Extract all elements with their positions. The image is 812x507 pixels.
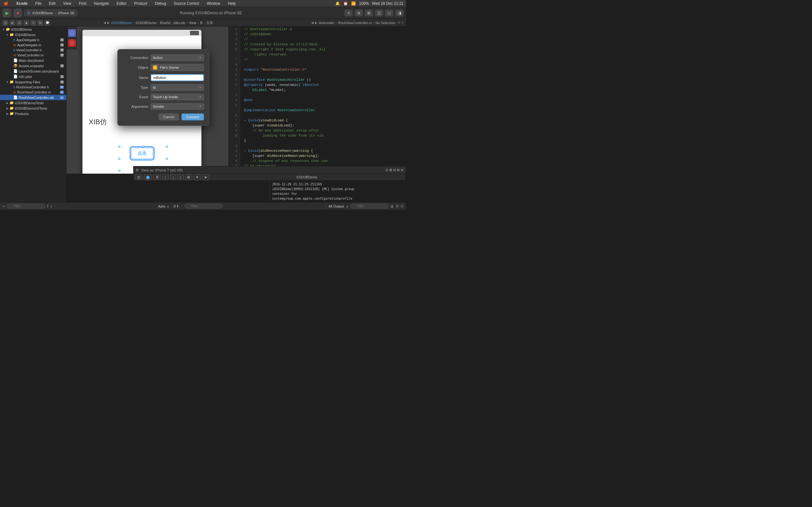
- sidebar-item-ui-tests[interactable]: ▶ 📁 iOSXIBDemoUITests: [0, 106, 66, 111]
- event-select[interactable]: Touch Up Inside ▼: [151, 94, 204, 100]
- arguments-select[interactable]: Sender ▼: [151, 103, 204, 110]
- breadcrumb-item-3[interactable]: RootVi...oller.xib: [160, 21, 185, 25]
- console-filter-input[interactable]: [351, 204, 389, 209]
- wifi-icon[interactable]: 📶: [351, 1, 356, 6]
- debug-btn-8[interactable]: ✦: [194, 174, 201, 180]
- debug-btn-2[interactable]: ⬤: [144, 174, 152, 180]
- nav-chat-btn[interactable]: 💬: [44, 20, 50, 26]
- sel-handle-ml[interactable]: [118, 158, 120, 160]
- sel-handle-mr[interactable]: [166, 158, 168, 160]
- sel-handle-bl[interactable]: [118, 170, 120, 172]
- debug-btn-6[interactable]: ↕: [177, 174, 184, 180]
- sidebar-filter-input[interactable]: [7, 204, 45, 209]
- file-menu[interactable]: File: [34, 1, 43, 6]
- sidebar-item-info-plist[interactable]: 📄 Info.plist ?: [0, 74, 66, 79]
- nav-history-btn[interactable]: ⊡: [38, 20, 43, 26]
- editor-assistant-btn[interactable]: ⧉: [355, 9, 363, 16]
- sidebar-item-root[interactable]: ▼ 📁 iOSXIBDemo: [0, 26, 66, 32]
- edit-menu[interactable]: Edit: [48, 1, 57, 6]
- notification-icon[interactable]: 🔔: [335, 1, 340, 6]
- debug-btn-3[interactable]: ⏸: [153, 174, 161, 180]
- connect-button[interactable]: Connect: [182, 113, 204, 120]
- sidebar-item-rootvc-m[interactable]: m RootViewController.m A: [0, 90, 66, 95]
- help-menu[interactable]: Help: [226, 1, 237, 6]
- console-clear-btn[interactable]: 🗑: [391, 205, 394, 208]
- sel-handle-tc[interactable]: [142, 146, 144, 148]
- sidebar-item-viewcontroller-h[interactable]: h ViewController.h ?: [0, 48, 66, 53]
- sidebar-item-appdelegate-m[interactable]: m AppDelegate.m ?: [0, 43, 66, 48]
- breadcrumb-item-5[interactable]: B: [200, 21, 202, 25]
- add-file-button[interactable]: +: [3, 204, 5, 209]
- sidebar-item-products[interactable]: ▶ 📁 Products: [0, 111, 66, 116]
- xcode-menu[interactable]: Xcode: [15, 1, 29, 6]
- sidebar-item-assets[interactable]: 📦 Assets.xcassets ?: [0, 63, 66, 68]
- sidebar-item-rootvc-xib[interactable]: 📄 RootViewController.xib A: [0, 95, 66, 100]
- stop-button[interactable]: ■: [13, 9, 22, 17]
- breadcrumb-item-2[interactable]: iOSXIBDemo: [136, 21, 156, 25]
- cancel-button[interactable]: Cancel: [159, 113, 179, 120]
- debug-filter-input[interactable]: [185, 204, 223, 209]
- code-content: 2 3 4 5 6 7 8 9 0 1 2 3 4: [229, 26, 406, 166]
- sidebar-info-btn[interactable]: ℹ: [47, 204, 48, 208]
- debug-toggle-btn[interactable]: ◻: [385, 9, 393, 16]
- sel-handle-tr[interactable]: [166, 146, 168, 148]
- nav-list-btn[interactable]: ≡: [31, 20, 36, 26]
- name-input[interactable]: [151, 74, 204, 81]
- editor-nav-back[interactable]: ◀: [311, 21, 314, 24]
- debug-btn-9[interactable]: ➤: [202, 174, 209, 180]
- ib-nav-forward[interactable]: ▶: [107, 21, 110, 24]
- view-menu[interactable]: View: [62, 1, 72, 6]
- console-expand-btn[interactable]: ⊡: [401, 204, 403, 208]
- sidebar-item-launchscreen[interactable]: 📄 LaunchScreen.storyboard: [0, 68, 66, 74]
- console-split-btn[interactable]: ⊞: [396, 204, 399, 208]
- sel-handle-tl[interactable]: [118, 146, 120, 148]
- run-button[interactable]: ▶: [3, 9, 11, 17]
- debug-menu[interactable]: Debug: [154, 1, 167, 6]
- inspector-toggle-btn[interactable]: ◨: [395, 9, 403, 16]
- nav-filter-btn[interactable]: ⊕: [9, 20, 15, 26]
- sidebar-item-viewcontroller-m[interactable]: m ViewController.m ?: [0, 53, 66, 58]
- connection-select[interactable]: Action ▼: [151, 55, 204, 61]
- editor-nav-forward[interactable]: ▶: [315, 21, 317, 24]
- find-menu[interactable]: Find: [78, 1, 88, 6]
- ib-nav-back[interactable]: ◀: [103, 21, 106, 24]
- sidebar-filter-wrap: 🔍: [7, 204, 45, 209]
- debug-btn-1[interactable]: ⊡: [135, 174, 142, 180]
- navigate-menu[interactable]: Navigate: [93, 1, 110, 6]
- breadcrumb-item-1[interactable]: iOSXIBDemo: [111, 21, 132, 25]
- breadcrumb-item-6[interactable]: 点击: [206, 20, 213, 25]
- sidebar-item-rootvc-h[interactable]: h RootViewController.h A: [0, 84, 66, 90]
- navigator-toggle-btn[interactable]: ◫: [375, 9, 383, 16]
- scheme-selector[interactable]: ⊞ iOSXIBDemo › iPhone SE: [24, 9, 78, 16]
- object-library-sidebar: ⬡ ⬡: [67, 26, 77, 49]
- product-menu[interactable]: Product: [133, 1, 148, 6]
- editor-menu[interactable]: Editor: [115, 1, 128, 6]
- debug-btn-4[interactable]: ↑: [162, 174, 169, 180]
- apple-menu[interactable]: 🍎: [3, 1, 10, 6]
- sidebar-item-appdelegate-h[interactable]: h AppDelegate.h ?: [0, 38, 66, 43]
- editor-breadcrumb-auto[interactable]: Automatic: [319, 21, 334, 25]
- debug-btn-7[interactable]: ⊞: [185, 174, 192, 180]
- editor-version-btn[interactable]: ⊞: [365, 9, 373, 16]
- sidebar-item-tests[interactable]: ▶ 📁 iOSXIBDemoTests: [0, 100, 66, 106]
- cube-icon[interactable]: ⬡: [68, 29, 76, 37]
- window-menu[interactable]: Window: [206, 1, 222, 6]
- editor-breadcrumb-selection[interactable]: No Selection: [375, 21, 395, 25]
- source-control-menu[interactable]: Source Control: [172, 1, 200, 6]
- nav-warning-btn[interactable]: ⚠: [16, 20, 22, 26]
- button-element[interactable]: 点击: [131, 148, 153, 159]
- editor-close-btn[interactable]: ✕: [398, 21, 400, 24]
- type-select[interactable]: id ▼: [151, 84, 204, 91]
- sidebar-extra-btn[interactable]: ≡: [50, 205, 52, 208]
- editor-standard-btn[interactable]: ≡: [345, 9, 353, 16]
- sidebar-item-supporting-files[interactable]: ▼ 📁 Supporting Files ?: [0, 79, 66, 84]
- sidebar-toggle-btn[interactable]: ◫: [3, 20, 8, 26]
- nav-source-btn[interactable]: ◈: [23, 20, 29, 26]
- red-cube-icon[interactable]: ⬡: [68, 39, 76, 47]
- sidebar-item-project[interactable]: ▼ 📁 iOSXIBDemo: [0, 32, 66, 38]
- debug-btn-5[interactable]: ↓: [170, 174, 176, 180]
- breadcrumb-item-4[interactable]: View: [189, 21, 197, 25]
- sidebar-item-main-storyboard[interactable]: 📄 Main.storyboard: [0, 58, 66, 63]
- editor-add-btn[interactable]: +: [402, 21, 403, 24]
- editor-breadcrumb-file[interactable]: RootViewController.m: [338, 21, 372, 25]
